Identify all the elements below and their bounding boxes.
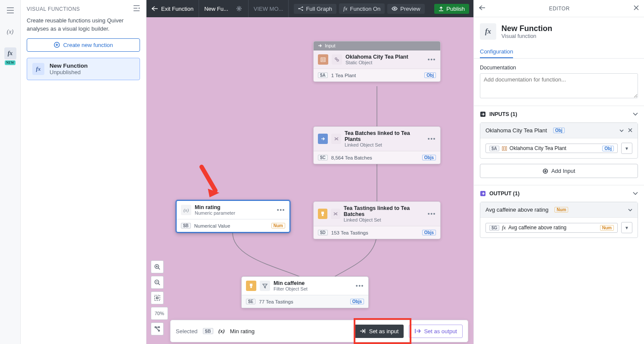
set-as-output-button[interactable]: Set as output [409, 325, 463, 338]
ref-tag: $C [318, 155, 328, 160]
type-tag: Objs [422, 155, 436, 160]
fx-icon: fx [502, 225, 506, 231]
dropdown-icon[interactable]: ▼ [621, 143, 632, 154]
gear-icon[interactable] [235, 6, 243, 12]
inputs-section-header[interactable]: INPUTS (1) [474, 106, 644, 122]
node-input[interactable]: Input Oklahoma City Tea Plant Static Obj… [313, 41, 441, 82]
tab-configuration[interactable]: Configuration [480, 46, 513, 58]
inputs-header-text: INPUTS (1) [489, 111, 517, 117]
selected-label: Selected [176, 328, 198, 335]
ref-tag: $A [489, 146, 499, 151]
set-as-input-button[interactable]: Set as input [355, 325, 404, 338]
node-title: Min caffeine [274, 280, 308, 286]
documentation-input[interactable] [480, 73, 638, 98]
close-icon[interactable] [628, 127, 632, 134]
preview-button[interactable]: Preview [387, 4, 424, 14]
function-status: Unpublished [50, 69, 88, 75]
chevron-down-icon[interactable] [619, 127, 624, 134]
set-input-label: Set as input [369, 328, 399, 335]
type-tag: Obj [553, 128, 565, 133]
menu-icon[interactable] [4, 4, 16, 16]
selection-bar: Selected $B (x) Min rating Set as input … [170, 320, 468, 342]
node-menu-icon[interactable]: ••• [428, 56, 436, 63]
view-mode-label: VIEW MO... [249, 0, 289, 17]
svg-rect-15 [155, 295, 160, 300]
chevron-down-icon [633, 111, 638, 117]
node-linked-batches[interactable]: Tea Batches linked to Tea Plants Linked … [313, 126, 441, 164]
function-name: New Function [50, 63, 88, 69]
input-card: Oklahoma City Tea Plant Obj $A Oklahoma … [480, 122, 638, 159]
type-tag: Num [600, 225, 614, 231]
auto-layout-button[interactable] [151, 322, 164, 335]
function-on-label: Function On [350, 6, 381, 12]
node-menu-icon[interactable]: ••• [428, 210, 436, 217]
output-card: Avg caffeine above rating Num $G fx Avg … [480, 202, 638, 238]
exit-function-button[interactable]: Exit Function [146, 0, 199, 17]
node-min-rating[interactable]: (x) Min rating Numeric parameter ••• $B … [176, 200, 290, 233]
output-label: Avg caffeine above rating [485, 206, 548, 213]
sidebar: VISUAL FUNCTIONS Create reusable functio… [21, 0, 146, 344]
zoom-in-button[interactable] [151, 260, 164, 273]
settings-icon [331, 134, 341, 144]
zoom-fit-button[interactable] [151, 291, 164, 304]
chevron-down-icon [633, 191, 638, 197]
node-title: Oklahoma City Tea Plant [345, 54, 408, 60]
visual-functions-tab[interactable]: fx NEW [4, 47, 16, 59]
selected-ref: $B [203, 328, 213, 334]
node-menu-icon[interactable]: ••• [277, 206, 285, 213]
annotation-arrow [197, 165, 223, 201]
svg-rect-16 [156, 297, 158, 299]
node-min-caffeine[interactable]: Min caffeine Filter Object Set ••• $E 77… [241, 276, 369, 308]
variable-icon[interactable]: (x) [4, 26, 16, 38]
graph-canvas[interactable]: Input Oklahoma City Tea Plant Static Obj… [146, 17, 473, 344]
topbar: Exit Function New Fu... VIEW MO... Full … [146, 0, 473, 17]
svg-rect-24 [503, 149, 504, 150]
zoom-level[interactable]: 70% [151, 307, 168, 320]
outputs-section-header[interactable]: OUTPUT (1) [474, 185, 644, 202]
set-output-label: Set as output [424, 328, 457, 335]
publish-label: Publish [446, 6, 465, 12]
node-title: Tea Batches linked to Tea Plants [345, 130, 424, 142]
add-input-label: Add Input [551, 168, 576, 174]
zoom-out-button[interactable] [151, 276, 164, 289]
breadcrumb[interactable]: New Fu... [199, 0, 249, 17]
settings-icon [331, 209, 340, 219]
create-new-function-button[interactable]: Create new function [27, 38, 140, 52]
add-input-button[interactable]: Add Input [480, 164, 638, 178]
type-tag: Num [271, 223, 285, 228]
function-on-button[interactable]: fx Function On [339, 3, 385, 14]
chevron-down-icon[interactable] [628, 206, 632, 213]
node-input-header: Input [314, 41, 440, 50]
output-value[interactable]: $G fx Avg caffeine above rating Num [485, 223, 618, 233]
dropdown-icon[interactable]: ▼ [621, 222, 632, 233]
node-menu-icon[interactable]: ••• [428, 135, 436, 142]
filter-icon [260, 281, 270, 291]
node-subtitle: Linked Object Set [345, 142, 424, 147]
variable-icon: (x) [181, 205, 191, 215]
node-linked-tastings[interactable]: Tea Tastings linked to Tea Batches Linke… [313, 201, 441, 239]
editor-title: EDITOR [485, 6, 634, 12]
ref-tag: $D [318, 230, 328, 235]
building-icon [318, 54, 328, 65]
zoom-controls: 70% [151, 260, 168, 335]
collapse-sidebar-icon[interactable] [133, 5, 140, 13]
node-output-text: 77 Tea Tastings [259, 299, 293, 304]
function-list-item[interactable]: fx New Function Unpublished [27, 58, 140, 80]
full-graph-label: Full Graph [306, 6, 332, 12]
input-value[interactable]: $A Oklahoma City Tea Plant Obj [485, 144, 618, 153]
node-subtitle: Filter Object Set [274, 286, 308, 291]
node-menu-icon[interactable]: ••• [356, 282, 364, 289]
fx-icon: fx [32, 63, 44, 75]
back-icon[interactable] [479, 5, 485, 12]
close-icon[interactable] [634, 5, 639, 12]
building-icon [502, 146, 507, 151]
svg-rect-22 [503, 147, 504, 148]
selected-name: Min rating [230, 328, 255, 335]
create-button-label: Create new function [63, 42, 113, 48]
arrow-right-icon [318, 134, 328, 144]
full-graph-button[interactable]: Full Graph [294, 4, 336, 14]
fx-icon: (x) [218, 328, 225, 335]
publish-button[interactable]: Publish [434, 4, 469, 14]
outputs-header-text: OUTPUT (1) [489, 191, 520, 197]
node-output-text: Numerical Value [194, 223, 230, 228]
